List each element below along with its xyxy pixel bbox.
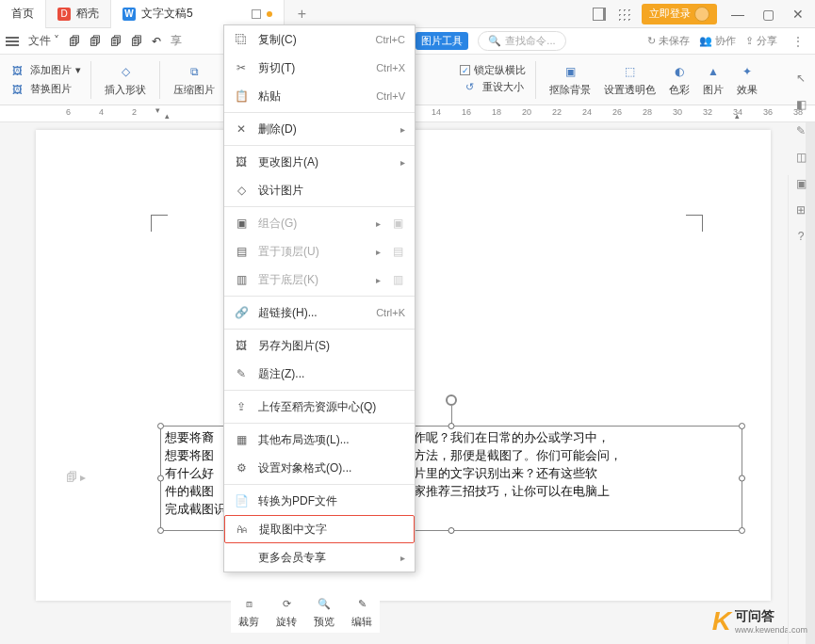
coop-button[interactable]: 👥 协作 [699, 34, 736, 48]
chevron-right-icon: ▸ [400, 124, 405, 135]
search-icon: 🔍 [488, 35, 501, 47]
crop-button[interactable]: ⧈裁剪 [238, 594, 259, 629]
ruler-tick: 16 [462, 107, 471, 117]
set-trans-button[interactable]: ⬚设置透明色 [600, 62, 660, 97]
edit-button[interactable]: ✎编辑 [351, 594, 372, 629]
layout-icon: ▦ [234, 433, 249, 446]
ctx-paste[interactable]: 📋粘贴Ctrl+V [224, 82, 415, 110]
apps-grid-icon[interactable] [617, 8, 630, 21]
close-button[interactable]: ✕ [789, 7, 807, 22]
toolbar-ico-4[interactable]: 🗐 [131, 35, 142, 48]
menu-icon[interactable] [6, 40, 19, 42]
side-pane-3[interactable]: ◫ [796, 151, 807, 164]
link-icon: 🔗 [234, 306, 249, 319]
picture-tools-tab[interactable]: 图片工具 [416, 32, 468, 50]
resize-handle[interactable] [739, 527, 745, 534]
file-menu[interactable]: 文件 ˅ [28, 33, 59, 49]
transparent-icon: ⬚ [621, 62, 640, 81]
insert-shape-button[interactable]: ◇插入形状 [101, 62, 150, 97]
resize-handle[interactable] [448, 423, 455, 429]
page-indicator-icon[interactable]: 🗐 ▸ [66, 471, 86, 484]
side-pane-2[interactable]: ✎ [796, 124, 806, 137]
effect-icon: ✦ [738, 62, 757, 81]
change-pic-icon: 🖼 [234, 155, 249, 169]
ctx-delete[interactable]: ✕删除(D)▸ [224, 115, 415, 143]
ctx-layout-opts[interactable]: ▦其他布局选项(L)... [224, 426, 415, 454]
page-margin-corner [151, 215, 168, 232]
toolbar-ico-3[interactable]: 🗐 [110, 35, 122, 48]
reset-icon: ↺ [460, 77, 479, 96]
copy-icon: ⿻ [234, 33, 249, 46]
ctx-bring-front: ▤置于顶层(U)▸▤ [224, 237, 415, 266]
cursor-icon[interactable]: ↖ [796, 72, 806, 85]
ruler-indent-marker[interactable]: ▴ [165, 111, 170, 121]
ctx-caption[interactable]: ✎题注(Z)... [224, 360, 415, 388]
resize-handle[interactable] [448, 527, 455, 534]
ruler-tick: 24 [582, 107, 592, 117]
toolbar-ico-2[interactable]: 🗐 [90, 35, 101, 48]
replace-picture-button[interactable]: 🖼替换图片 [8, 80, 81, 99]
reset-size-button[interactable]: ↺重设大小 [460, 77, 526, 96]
remove-bg-button[interactable]: ▣抠除背景 [546, 62, 595, 97]
resize-handle[interactable] [739, 423, 745, 429]
login-label: 立即登录 [649, 7, 691, 21]
picture-preset-button[interactable]: ▲图片 [699, 62, 727, 97]
ctx-save-as-pic[interactable]: 🖼另存为图片(S) [224, 331, 415, 360]
ctx-more-vip[interactable]: 更多会员专享▸ [224, 543, 415, 572]
add-picture-button[interactable]: 🖼添加图片 ▾ [8, 61, 81, 80]
preview-button[interactable]: 🔍预览 [314, 594, 334, 629]
side-pane-5[interactable]: ⊞ [796, 203, 806, 217]
tab-home-label: 首页 [11, 6, 34, 22]
ctx-design-pic[interactable]: ◇设计图片 [224, 176, 415, 204]
save-status[interactable]: ↻ 未保存 [647, 34, 690, 48]
shape-icon: ◇ [116, 62, 135, 81]
pdf-icon: 📄 [234, 494, 249, 507]
ctx-upload[interactable]: ⇪上传至稻壳资源中心(Q) [224, 393, 415, 421]
ctx-cut[interactable]: ✂剪切(T)Ctrl+X [224, 54, 415, 82]
tab-docker[interactable]: D稻壳 [46, 0, 111, 28]
replace-icon: 🖼 [8, 80, 26, 99]
ctx-format-obj[interactable]: ⚙设置对象格式(O)... [224, 454, 415, 482]
toolbar-ico-1[interactable]: 🗐 [69, 35, 80, 48]
tab-document-label: 文字文稿5 [141, 6, 193, 22]
color-button[interactable]: ◐色彩 [665, 62, 693, 97]
lock-ratio-checkbox[interactable]: ✓锁定纵横比 [460, 63, 526, 77]
caption-icon: ✎ [234, 367, 249, 380]
login-button[interactable]: 立即登录 [642, 4, 717, 24]
compress-picture-button[interactable]: ⧉压缩图片 [170, 62, 219, 97]
resize-handle[interactable] [739, 475, 745, 482]
side-pane-1[interactable]: ◧ [796, 98, 807, 111]
ctx-change-pic[interactable]: 🖼更改图片(A)▸ [224, 148, 415, 176]
toolbar-ico-5[interactable]: ↶ [152, 35, 161, 48]
minimize-button[interactable]: — [728, 7, 747, 22]
ctx-hyperlink[interactable]: 🔗超链接(H)...Ctrl+K [224, 298, 415, 327]
tab-home[interactable]: 首页 [0, 0, 46, 28]
new-tab-button[interactable]: + [285, 6, 319, 23]
edit-icon: ✎ [352, 594, 371, 613]
resize-handle[interactable] [157, 527, 164, 534]
side-help-icon[interactable]: ? [798, 230, 805, 243]
resize-handle[interactable] [157, 423, 164, 429]
more-menu-icon[interactable]: ⋮ [787, 35, 809, 48]
ocr-icon: 🗛 [235, 523, 250, 536]
resize-handle[interactable] [157, 475, 164, 482]
split-view-icon[interactable] [593, 8, 606, 21]
ctx-copy[interactable]: ⿻复制(C)Ctrl+C [224, 25, 415, 54]
ruler-indent-marker[interactable]: ▾ [155, 105, 160, 115]
format-icon: ⚙ [234, 461, 249, 475]
tab-window-icon[interactable] [252, 9, 261, 19]
maximize-button[interactable]: ▢ [758, 7, 777, 22]
rotate-mini-button[interactable]: ⟳旋转 [276, 594, 297, 629]
command-search[interactable]: 🔍查找命令... [478, 31, 565, 51]
side-pane-4[interactable]: ▣ [796, 177, 807, 190]
share-button[interactable]: ⇪ 分享 [745, 34, 777, 48]
image-icon: 🖼 [8, 61, 26, 80]
rotation-handle[interactable] [446, 394, 457, 406]
menu-cut[interactable]: 享 [171, 33, 182, 49]
effect-button[interactable]: ✦效果 [733, 62, 761, 97]
ruler-tick: 30 [673, 107, 682, 117]
ruler-right-marker[interactable]: ▴ [735, 111, 740, 121]
ctx-extract-text[interactable]: 🗛提取图中文字 [224, 515, 415, 543]
design-icon: ◇ [234, 184, 249, 197]
ctx-to-pdf[interactable]: 📄转换为PDF文件 [224, 487, 415, 515]
